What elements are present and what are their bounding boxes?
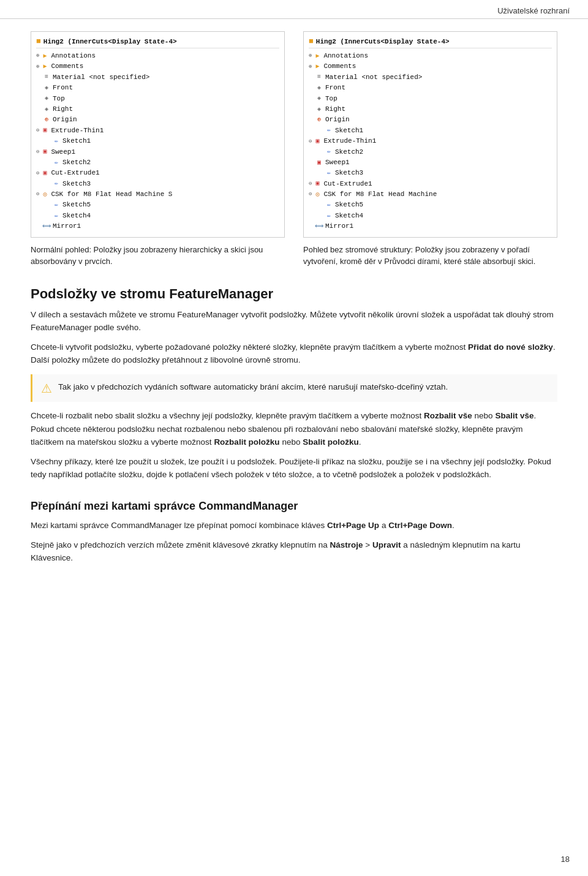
section2-para1: Mezi kartami správce CommandManager lze … [31, 519, 557, 532]
tree-item: ✏Sketch5 [36, 200, 279, 210]
tree-item: ▣Sweep1 [309, 157, 552, 168]
tree-label: Annotations [51, 51, 96, 61]
tree-item: ✏Sketch4 [36, 211, 279, 221]
tree-label: Annotations [323, 51, 368, 61]
tree-label: Top [325, 94, 337, 104]
tree-item: ⟺Mirror1 [36, 221, 279, 232]
page-number: 18 [561, 855, 570, 864]
left-tree-heading: Hing2 (InnerCuts<Display State-4> [43, 38, 177, 45]
main-content: ■ Hing2 (InnerCuts<Display State-4> ⊕▶An… [0, 19, 588, 602]
tree-item: ✏Sketch3 [309, 168, 552, 178]
tree-label: Sketch2 [62, 158, 91, 167]
tree-label: CSK for M8 Flat Head Machine [323, 190, 437, 199]
left-tree-title: ■ Hing2 (InnerCuts<Display State-4> [36, 37, 279, 48]
tree-label: Sweep1 [325, 158, 350, 167]
tree-label: Sketch3 [62, 179, 91, 189]
tree-item: ⊖▣Cut-Extrude1 [309, 179, 552, 189]
tree-label: Front [325, 83, 345, 93]
tree-label: Material <not specified> [325, 73, 422, 82]
tree-label: Mirror1 [325, 222, 353, 231]
tree-label: Origin [325, 115, 350, 124]
tree-label: Sweep1 [51, 148, 75, 157]
tree-item: ✏Sketch1 [36, 136, 279, 146]
tree-label: Right [53, 105, 73, 114]
left-image-block: ■ Hing2 (InnerCuts<Display State-4> ⊕▶An… [31, 31, 285, 268]
tree-item: ⊕▶Annotations [36, 51, 279, 61]
tree-item: ⊕▶Comments [36, 61, 279, 72]
tree-item: ✏Sketch5 [309, 200, 552, 210]
tree-label: Right [325, 105, 345, 114]
tree-item: ≡Material <not specified> [36, 72, 279, 83]
tree-label: Comments [51, 62, 83, 71]
tree-item: ◈Front [36, 83, 279, 93]
tree-label: Sketch5 [335, 200, 363, 210]
tree-item: ⊕Origin [309, 115, 552, 125]
header-title: Uživatelské rozhraní [497, 6, 570, 15]
tree-label: Cut-Extrude1 [323, 179, 372, 189]
tip-box: ⚠ Tak jako v předchozích vydáních softwa… [31, 374, 557, 402]
tip-icon: ⚠ [41, 381, 52, 396]
tree-label: Mirror1 [53, 222, 81, 231]
tree-item: ⊕Origin [36, 115, 279, 125]
tree-label: Sketch3 [335, 168, 363, 178]
tree-item: ⊖▣Sweep1 [36, 147, 279, 157]
tree-label: Sketch1 [62, 137, 91, 146]
tree-item: ✏Sketch3 [36, 179, 279, 189]
tree-label: Sketch4 [335, 211, 363, 221]
tree-label: Sketch5 [62, 200, 91, 210]
tree-item: ✏Sketch2 [36, 157, 279, 168]
right-tree-image: ■ Hing2 (InnerCuts<Display State-4> ⊕▶An… [303, 31, 557, 238]
section1-para1: V dílech a sestavách můžete ve stromu Fe… [31, 308, 557, 334]
tree-label: Sketch2 [335, 148, 363, 157]
tree-item: ⟺Mirror1 [309, 221, 552, 232]
left-tree-items: ⊕▶Annotations⊕▶Comments≡Material <not sp… [36, 51, 279, 232]
tree-item: ◈Right [36, 104, 279, 115]
right-tree-title: ■ Hing2 (InnerCuts<Display State-4> [309, 37, 552, 48]
left-caption: Normální pohled: Položky jsou zobrazeny … [31, 244, 285, 268]
right-caption: Pohled bez stromové struktury: Položky j… [303, 244, 557, 268]
right-tree-items: ⊕▶Annotations⊕▶Comments≡Material <not sp… [309, 51, 552, 232]
section1-heading: Podsložky ve stromu FeatureManager [31, 286, 557, 302]
tree-item: ✏Sketch4 [309, 211, 552, 221]
tree-item: ◈Top [309, 94, 552, 104]
tree-label: Origin [53, 115, 77, 124]
tree-label: Cut-Extrude1 [51, 168, 99, 178]
page-header: Uživatelské rozhraní [0, 0, 588, 19]
tip-text: Tak jako v předchozích vydáních software… [58, 380, 448, 394]
tree-item: ⊖▣Extrude-Thin1 [36, 126, 279, 136]
section2-heading: Přepínání mezi kartami správce CommandMa… [31, 500, 557, 513]
tree-label: Sketch4 [62, 211, 91, 221]
tree-label: Front [53, 83, 73, 93]
left-tree-image: ■ Hing2 (InnerCuts<Display State-4> ⊕▶An… [31, 31, 285, 238]
tree-item: ◈Right [309, 104, 552, 115]
tree-item: ⊕▶Annotations [309, 51, 552, 61]
tree-label: Material <not specified> [53, 73, 149, 82]
tree-label: Top [53, 94, 65, 104]
tree-label: Sketch1 [335, 126, 363, 135]
tree-item: ⊕▶Comments [309, 61, 552, 72]
tree-item: ◈Front [309, 83, 552, 93]
images-row: ■ Hing2 (InnerCuts<Display State-4> ⊕▶An… [31, 31, 557, 268]
section1-para2: Chcete-li vytvořit podsložku, vyberte po… [31, 341, 557, 367]
tree-label: Extrude-Thin1 [323, 137, 376, 146]
tree-item: ✏Sketch1 [309, 126, 552, 136]
tree-item: ✏Sketch2 [309, 147, 552, 157]
right-image-block: ■ Hing2 (InnerCuts<Display State-4> ⊕▶An… [303, 31, 557, 268]
tree-label: Extrude-Thin1 [51, 126, 104, 135]
section1-para4: Všechny příkazy, které lze použít u slož… [31, 455, 557, 481]
tree-item: ⊖▣Cut-Extrude1 [36, 168, 279, 178]
section1-para3: Chcete-li rozbalit nebo sbalit složku a … [31, 409, 557, 449]
section2-para2: Stejně jako v předchozích verzích můžete… [31, 538, 557, 565]
tree-label: CSK for M8 Flat Head Machine S [51, 190, 172, 199]
right-tree-heading: Hing2 (InnerCuts<Display State-4> [316, 38, 450, 45]
tree-item: ⊖◎CSK for M8 Flat Head Machine [309, 189, 552, 200]
tree-item: ⊖◎CSK for M8 Flat Head Machine S [36, 189, 279, 200]
tree-item: ◈Top [36, 94, 279, 104]
tree-item: ⊖▣Extrude-Thin1 [309, 136, 552, 146]
tree-label: Comments [323, 62, 356, 71]
tree-item: ≡Material <not specified> [309, 72, 552, 83]
